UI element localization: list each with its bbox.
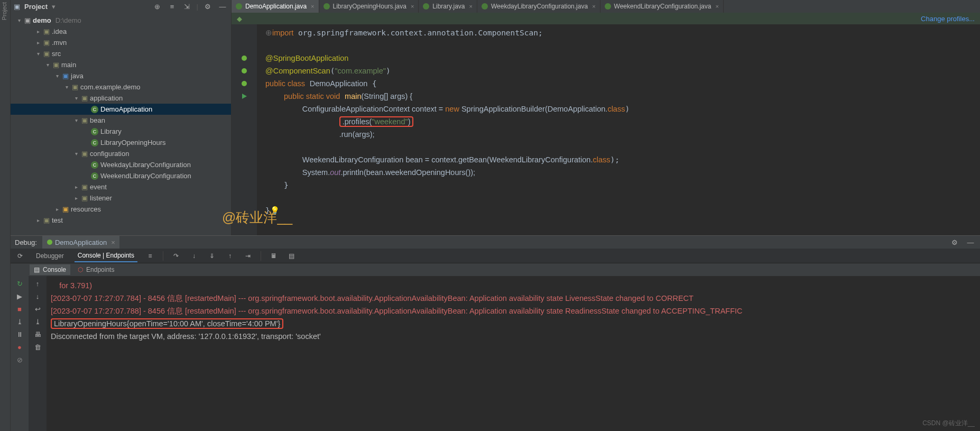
chevron-right-icon[interactable]: ▸	[73, 195, 79, 201]
collapse-icon[interactable]: ⊕	[265, 29, 272, 37]
up-icon[interactable]: ↑	[32, 278, 43, 289]
clear-icon[interactable]: 🗑	[32, 342, 43, 352]
tree-item-test[interactable]: ▸▣test	[11, 215, 231, 226]
close-tab-icon[interactable]: ×	[411, 3, 414, 10]
debug-hide-icon[interactable]: —	[965, 237, 976, 247]
print-icon[interactable]: 🖶	[32, 329, 43, 340]
debug-config-tab[interactable]: DemoApplication ×	[42, 236, 119, 249]
mute-bp-icon[interactable]: ⊘	[14, 354, 25, 365]
step-into-icon[interactable]: ↓	[189, 251, 199, 261]
modify-run-icon[interactable]: ▶	[14, 291, 25, 301]
tree-root[interactable]: ▾ ▣ demo D:\demo	[11, 15, 231, 26]
close-icon[interactable]: ×	[111, 239, 115, 246]
tab-console[interactable]: ▤ Console	[30, 264, 70, 275]
expand-icon[interactable]: ≡	[167, 1, 178, 12]
view-bp-icon[interactable]: ●	[14, 342, 25, 352]
tree-item-configuration[interactable]: ▾▣configuration	[11, 148, 231, 159]
chevron-down-icon[interactable]: ▾	[44, 62, 51, 68]
trace-icon[interactable]: ▤	[286, 251, 297, 261]
pause-icon[interactable]: ⏸	[14, 329, 25, 340]
tree-item-libraryopeninghours[interactable]: CLibraryOpeningHours	[11, 137, 231, 148]
project-tree[interactable]: ▾ ▣ demo D:\demo ▸▣.idea▸▣.mvn▾▣src▾▣mai…	[11, 13, 231, 235]
step-over-icon[interactable]: ↷	[171, 251, 181, 261]
tree-item-weekdaylibraryconfiguration[interactable]: CWeekdayLibraryConfiguration	[11, 159, 231, 170]
evaluate-icon[interactable]: 🖩	[269, 251, 279, 261]
tree-label: WeekendLibraryConfiguration	[100, 172, 191, 180]
restore-layout-icon[interactable]: ⟳	[15, 251, 25, 261]
tree-item--idea[interactable]: ▸▣.idea	[11, 26, 231, 37]
editor-tab-weekendlibraryconfiguration[interactable]: WeekendLibraryConfiguration.java×	[600, 0, 724, 13]
project-strip-label[interactable]: Project	[0, 0, 8, 22]
gear-icon[interactable]: ⚙	[202, 1, 213, 12]
tree-item-application[interactable]: ▾▣application	[11, 93, 231, 104]
bulb-icon[interactable]: 💡	[270, 206, 280, 215]
tree-label: .idea	[52, 27, 67, 35]
chevron-down-icon[interactable]: ▾	[73, 151, 79, 157]
dropdown-icon[interactable]: ▾	[52, 3, 56, 11]
debug-gear-icon[interactable]: ⚙	[949, 237, 960, 247]
editor-tab-weekdaylibraryconfiguration[interactable]: WeekdayLibraryConfiguration.java×	[477, 0, 600, 13]
stop-icon[interactable]: ■	[14, 304, 25, 314]
chevron-down-icon[interactable]: ▾	[73, 95, 79, 101]
force-step-into-icon[interactable]: ⇓	[207, 251, 217, 261]
editor-tab-demoapplication[interactable]: DemoApplication.java×	[232, 0, 319, 13]
debug-tool-window: Debug: DemoApplication × ⚙ — ⟳ Debugger …	[11, 235, 980, 431]
log0: for 3.791)	[51, 281, 92, 290]
tree-label: com.example.demo	[80, 83, 140, 91]
code-content[interactable]: ⊕import import org.springframework.conte…	[257, 24, 980, 235]
tree-item-resources[interactable]: ▸▣resources	[11, 204, 231, 215]
tree-item-demoapplication[interactable]: CDemoApplication	[11, 104, 231, 115]
chevron-down-icon[interactable]: ▾	[73, 117, 79, 123]
tree-item--mvn[interactable]: ▸▣.mvn	[11, 37, 231, 48]
l9c: .println(bean.weekendOpeningHours());	[340, 168, 475, 177]
run-to-cursor-icon[interactable]: ⇥	[243, 251, 253, 261]
resume-icon[interactable]: ⤓	[14, 316, 25, 327]
change-profiles-link[interactable]: Change profiles...	[921, 15, 975, 23]
tree-item-java[interactable]: ▾▣java	[11, 70, 231, 81]
down-icon[interactable]: ↓	[32, 291, 43, 301]
project-tool-window: ▣ Project ▾ ⊕ ≡ ⇲ | ⚙ — ▾ ▣ demo D:\demo…	[11, 0, 232, 235]
gutter[interactable]	[232, 24, 257, 235]
tab-endpoints[interactable]: ⬡ Endpoints	[73, 264, 118, 275]
tree-item-listener[interactable]: ▸▣listener	[11, 192, 231, 204]
step-out-icon[interactable]: ↑	[225, 251, 235, 261]
editor-tab-libraryopeninghours[interactable]: LibraryOpeningHours.java×	[319, 0, 419, 13]
wrap-icon[interactable]: ↩	[32, 304, 43, 314]
run-gutter-icon[interactable]	[241, 93, 247, 99]
tree-item-com-example-demo[interactable]: ▾▣com.example.demo	[11, 81, 231, 93]
tree-label: listener	[90, 194, 112, 202]
chevron-down-icon[interactable]: ▾	[63, 84, 70, 90]
chevron-right-icon[interactable]: ▸	[35, 217, 41, 223]
tree-item-library[interactable]: CLibrary	[11, 126, 231, 137]
tree-item-main[interactable]: ▾▣main	[11, 59, 231, 70]
more-threads-icon[interactable]: ≡	[145, 251, 155, 261]
chevron-right-icon[interactable]: ▸	[35, 29, 41, 34]
console-output[interactable]: for 3.791) [2023-07-07 17:27:07.784] - 8…	[47, 276, 980, 431]
collapse-icon[interactable]: ⇲	[182, 1, 192, 12]
tree-item-src[interactable]: ▾▣src	[11, 48, 231, 59]
chevron-down-icon[interactable]: ▾	[16, 17, 22, 23]
rerun-icon[interactable]: ↻	[14, 278, 25, 289]
close-tab-icon[interactable]: ×	[592, 3, 595, 10]
editor[interactable]: ⊕import import org.springframework.conte…	[232, 24, 980, 235]
close-tab-icon[interactable]: ×	[715, 3, 718, 10]
tree-item-weekendlibraryconfiguration[interactable]: CWeekendLibraryConfiguration	[11, 170, 231, 181]
hide-icon[interactable]: —	[217, 1, 228, 12]
chevron-right-icon[interactable]: ▸	[73, 184, 79, 190]
close-tab-icon[interactable]: ×	[469, 3, 472, 10]
scroll-end-icon[interactable]: ⤓	[32, 316, 43, 327]
chevron-down-icon[interactable]: ▾	[54, 73, 60, 79]
tab-label: WeekdayLibraryConfiguration.java	[491, 3, 588, 10]
chevron-down-icon[interactable]: ▾	[35, 51, 41, 57]
tree-item-event[interactable]: ▸▣event	[11, 181, 231, 192]
l5a: ConfigurableApplicationContext context =	[302, 105, 445, 113]
locate-icon[interactable]: ⊕	[152, 1, 163, 12]
tab-debugger[interactable]: Debugger	[33, 250, 67, 262]
editor-tab-library[interactable]: Library.java×	[419, 0, 477, 13]
tab-console-endpoints[interactable]: Console | Endpoints	[75, 250, 137, 262]
chevron-right-icon[interactable]: ▸	[35, 40, 41, 45]
tree-item-bean[interactable]: ▾▣bean	[11, 115, 231, 126]
chevron-right-icon[interactable]: ▸	[54, 206, 60, 212]
close-tab-icon[interactable]: ×	[311, 3, 314, 10]
l5c: SpringApplicationBuilder(DemoApplication…	[459, 105, 607, 113]
